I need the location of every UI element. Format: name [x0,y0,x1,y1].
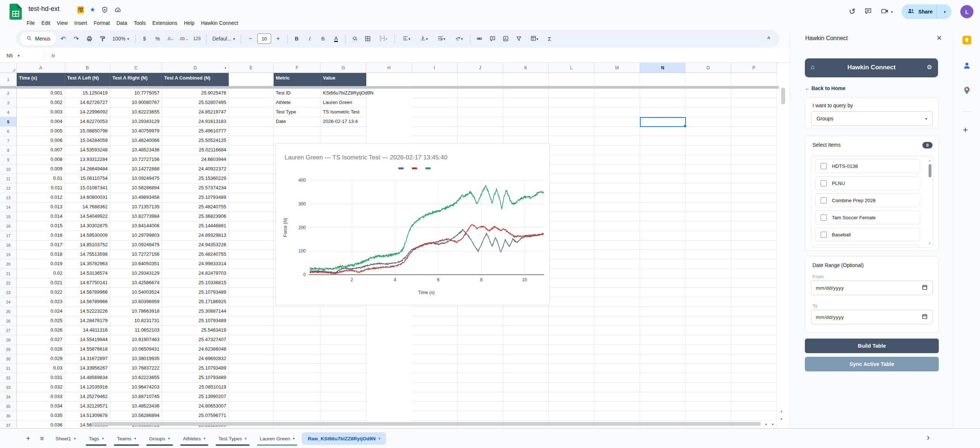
cell[interactable] [731,278,777,288]
cell[interactable] [731,335,777,345]
build-table-button[interactable]: Build Table [805,338,939,353]
cell[interactable]: Test ID [274,89,321,98]
cell[interactable] [549,392,594,402]
cell[interactable] [229,108,274,117]
row-header-32[interactable]: 32 [0,373,17,383]
row-header-31[interactable]: 31 [0,364,17,373]
cell[interactable] [229,202,274,212]
sheet-tab-lauren-green[interactable]: Lauren Green▾ [254,432,301,445]
cell[interactable] [594,269,640,278]
cell[interactable] [229,155,274,165]
cell[interactable] [640,155,686,165]
cell[interactable]: 10.72727156 [110,250,162,259]
cell[interactable] [503,127,549,136]
cell[interactable] [229,278,274,288]
cell[interactable] [731,307,777,316]
cell[interactable] [321,402,366,411]
calendar-icon[interactable] [922,284,928,291]
cell[interactable] [229,288,274,297]
cell[interactable] [549,174,594,184]
cell[interactable] [594,117,640,127]
cell[interactable]: 25.48240755 [162,250,229,259]
cell[interactable] [274,326,321,335]
cell[interactable] [594,278,640,288]
sheet-tab-groups[interactable]: Groups▾ [143,432,176,445]
cell[interactable] [640,231,686,240]
cell[interactable] [731,89,777,98]
cell[interactable] [640,108,686,117]
cell[interactable]: 14.55419944 [65,335,110,345]
cell[interactable]: 15.01087341 [65,184,110,193]
cell[interactable] [458,392,503,402]
cell[interactable]: 25.47327407 [162,335,229,345]
row-header-13[interactable]: 13 [0,193,17,202]
cell[interactable] [458,402,503,411]
cell[interactable]: 10.29799803 [110,231,162,240]
row-header-25[interactable]: 25 [0,307,17,316]
cell[interactable] [412,392,458,402]
scroll-left-icon[interactable]: ◂ [765,422,767,426]
list-item[interactable]: Baseball [815,228,920,241]
cell[interactable]: 15.06110754 [65,174,110,184]
cell[interactable]: 14.4811316 [65,326,110,335]
cell[interactable] [412,345,458,354]
cell[interactable] [640,345,686,354]
contacts-icon[interactable] [963,61,971,70]
cell[interactable] [458,108,503,117]
cell[interactable] [686,98,731,108]
cell[interactable] [229,89,274,98]
cell[interactable]: 25.02116684 [162,146,229,155]
cell[interactable] [686,326,731,335]
cell[interactable] [412,98,458,108]
cell[interactable]: 25.10793489 [162,316,229,326]
cell[interactable]: 0.01 [17,174,65,184]
cell[interactable] [321,411,366,421]
table-views-button[interactable]: ▾ [526,32,542,45]
cell[interactable] [229,259,274,269]
bold-button[interactable]: B [290,32,303,45]
cell[interactable]: 25.14446881 [162,221,229,231]
cell[interactable] [321,354,366,364]
cell[interactable] [229,383,274,392]
cell[interactable] [594,354,640,364]
cell[interactable] [731,136,777,146]
cell[interactable] [594,73,640,86]
cell[interactable]: 0.009 [17,165,65,174]
cell[interactable]: 0.011 [17,184,65,193]
cell[interactable] [229,146,274,155]
row-header-7[interactable]: 7 [0,136,17,146]
cell[interactable]: 10.96474203 [110,383,162,392]
cell[interactable]: 10.60396959 [110,297,162,307]
cell[interactable]: 0.033 [17,392,65,402]
cell[interactable] [686,136,731,146]
cell[interactable] [549,278,594,288]
avatar[interactable]: L [960,5,974,18]
cell[interactable]: 10.29343129 [110,269,162,278]
cell[interactable]: 10.48523436 [110,402,162,411]
cell[interactable] [686,212,731,221]
cell[interactable] [458,383,503,392]
frozen-row-divider[interactable] [0,86,779,89]
cell[interactable] [503,98,549,108]
cell[interactable]: 14.33956267 [65,364,110,373]
cell[interactable]: 10.29343129 [110,117,162,127]
cell[interactable] [640,202,686,212]
column-header-O[interactable]: O [686,63,731,73]
cell[interactable]: 0.019 [17,259,65,269]
cell[interactable] [594,212,640,221]
cell[interactable] [549,354,594,364]
cell[interactable] [731,108,777,117]
video-call-button[interactable]: ▾ [881,7,893,16]
column-header-E[interactable]: E [229,63,274,73]
cell[interactable] [412,89,458,98]
cell[interactable] [549,250,594,259]
cell[interactable] [412,108,458,117]
cell[interactable]: 10.06509431 [110,345,162,354]
row-header-29[interactable]: 29 [0,345,17,354]
scroll-right-icon[interactable]: ▸ [772,422,774,426]
cell[interactable] [412,411,458,421]
cell[interactable] [731,193,777,202]
cell[interactable] [594,98,640,108]
cell[interactable]: 0.025 [17,316,65,326]
column-header-N[interactable]: N [640,63,686,73]
